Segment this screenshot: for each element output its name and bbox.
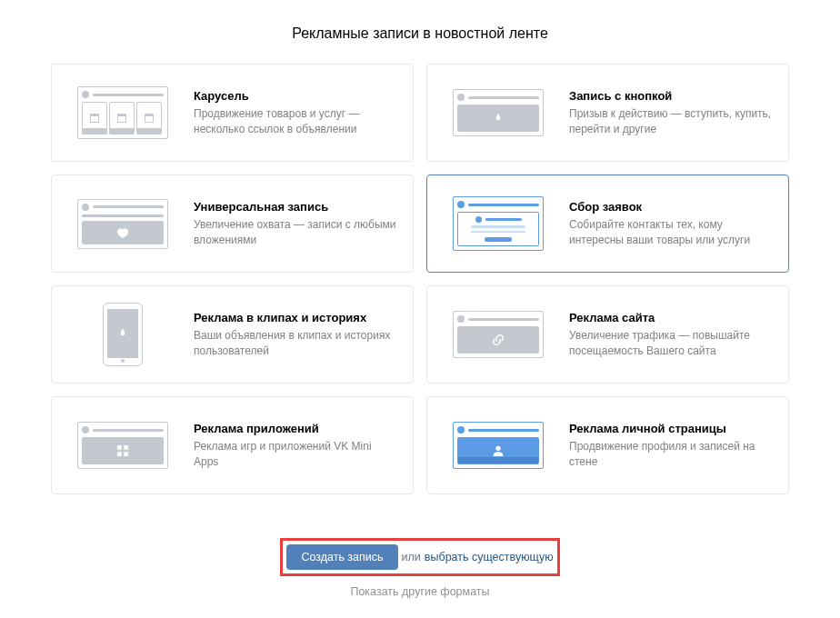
universal-icon (68, 199, 177, 249)
card-title: Реклама личной страницы (569, 422, 772, 435)
carousel-icon (68, 86, 177, 139)
card-button-post[interactable]: Запись с кнопкой Призыв к действию — вст… (426, 64, 789, 162)
card-stories[interactable]: Реклама в клипах и историях Ваши объявле… (51, 285, 414, 384)
bottom-actions: Создать запись или выбрать существующую … (0, 538, 840, 598)
profile-icon (444, 422, 553, 469)
card-title: Реклама приложений (194, 422, 396, 435)
card-desc: Реклама игр и приложений VK Mini Apps (194, 439, 396, 470)
card-carousel[interactable]: Карусель Продвижение товаров и услуг — н… (51, 64, 414, 162)
choose-existing-link[interactable]: выбрать существующую (425, 551, 554, 563)
card-desc: Призыв к действию — вступить, купить, пе… (569, 106, 772, 137)
card-title: Карусель (194, 89, 396, 103)
card-title: Запись с кнопкой (569, 89, 772, 103)
site-icon (444, 311, 553, 358)
card-desc: Продвижение товаров и услуг — несколько … (194, 106, 396, 137)
leads-icon (444, 196, 553, 251)
card-desc: Продвижение профиля и записей на стене (569, 439, 772, 470)
card-title: Сбор заявок (569, 200, 772, 214)
apps-icon (68, 422, 177, 469)
card-desc: Собирайте контакты тех, кому интересны в… (569, 217, 772, 248)
page-title: Рекламные записи в новостной ленте (0, 25, 840, 42)
card-leads[interactable]: Сбор заявок Собирайте контакты тех, кому… (426, 174, 789, 273)
stories-icon (68, 303, 177, 366)
card-profile[interactable]: Реклама личной страницы Продвижение проф… (426, 396, 789, 494)
card-desc: Увеличение трафика — повышайте посещаемо… (569, 328, 772, 359)
ad-format-grid: Карусель Продвижение товаров и услуг — н… (0, 64, 840, 494)
or-text: или (402, 551, 421, 563)
card-site[interactable]: Реклама сайта Увеличение трафика — повыш… (426, 285, 789, 384)
svg-point-4 (495, 446, 500, 451)
card-title: Универсальная запись (194, 200, 396, 214)
svg-rect-3 (124, 452, 128, 456)
card-apps[interactable]: Реклама приложений Реклама игр и приложе… (51, 396, 414, 494)
button-post-icon (444, 89, 553, 136)
show-other-formats-link[interactable]: Показать другие форматы (350, 585, 489, 598)
card-universal[interactable]: Универсальная запись Увеличение охвата —… (51, 174, 414, 273)
highlighted-action-row: Создать запись или выбрать существующую (280, 538, 559, 576)
svg-rect-0 (117, 445, 122, 450)
card-desc: Ваши объявления в клипах и историях поль… (194, 328, 396, 359)
create-post-button[interactable]: Создать запись (286, 544, 397, 570)
card-title: Реклама в клипах и историях (194, 311, 396, 324)
svg-rect-2 (117, 452, 122, 456)
svg-rect-1 (124, 445, 128, 450)
card-desc: Увеличение охвата — записи с любыми влож… (194, 217, 396, 248)
card-title: Реклама сайта (569, 311, 772, 324)
